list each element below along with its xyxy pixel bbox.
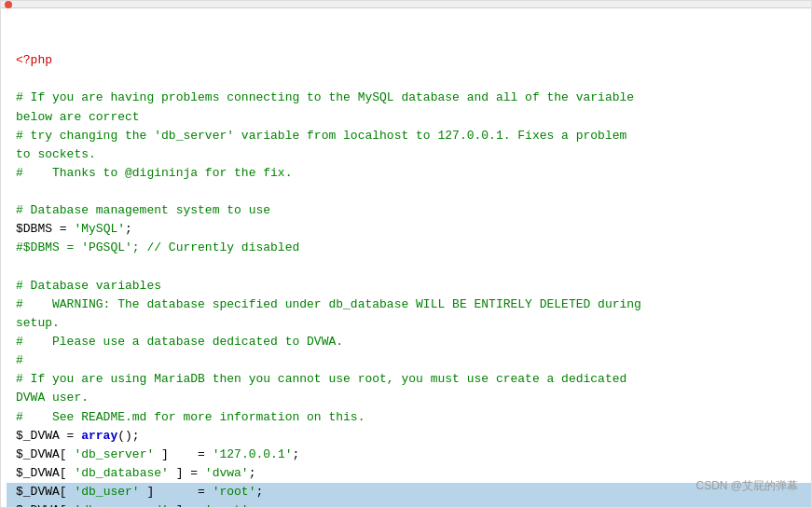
code-line: # Database management system to use bbox=[7, 201, 811, 220]
code-line bbox=[7, 70, 811, 89]
code-line: #$DBMS = 'PGSQL'; // Currently disabled bbox=[7, 239, 811, 257]
code-line: # Thanks to @digininja for the fix. bbox=[7, 164, 811, 183]
code-line: $_DVWA = array(); bbox=[7, 427, 811, 446]
code-line: setup. bbox=[7, 314, 811, 333]
code-line: $_DVWA[ 'db_password' ] = 'root'; bbox=[7, 501, 811, 508]
top-bar bbox=[1, 1, 811, 8]
code-line: # bbox=[7, 351, 811, 370]
code-line: below are correct bbox=[7, 108, 811, 127]
code-line: $_DVWA[ 'db_server' ] = '127.0.0.1'; bbox=[7, 446, 811, 464]
code-line: # Database variables bbox=[7, 277, 811, 295]
code-line: # See README.md for more information on … bbox=[7, 408, 811, 427]
code-line: # try changing the 'db_server' variable … bbox=[7, 127, 811, 145]
code-line: # Please use a database dedicated to DVW… bbox=[7, 333, 811, 351]
code-area[interactable]: <?php# If you are having problems connec… bbox=[1, 8, 811, 508]
code-line: $DBMS = 'MySQL'; bbox=[7, 220, 811, 239]
code-line: DVWA user. bbox=[7, 389, 811, 407]
code-line bbox=[7, 258, 811, 277]
code-container: <?php# If you are having problems connec… bbox=[0, 0, 812, 508]
code-line: # If you are having problems connecting … bbox=[7, 89, 811, 107]
code-line: to sockets. bbox=[7, 145, 811, 164]
code-line bbox=[7, 183, 811, 201]
code-line: $_DVWA[ 'db_user' ] = 'root'; bbox=[7, 483, 811, 501]
watermark: CSDN @艾屁的弹幕 bbox=[695, 478, 798, 494]
code-line: # WARNING: The database specified under … bbox=[7, 295, 811, 314]
code-line: # If you are using MariaDB then you cann… bbox=[7, 370, 811, 389]
code-line: <?php bbox=[7, 51, 811, 70]
red-dot bbox=[5, 1, 12, 8]
code-line: $_DVWA[ 'db_database' ] = 'dvwa'; bbox=[7, 464, 811, 483]
